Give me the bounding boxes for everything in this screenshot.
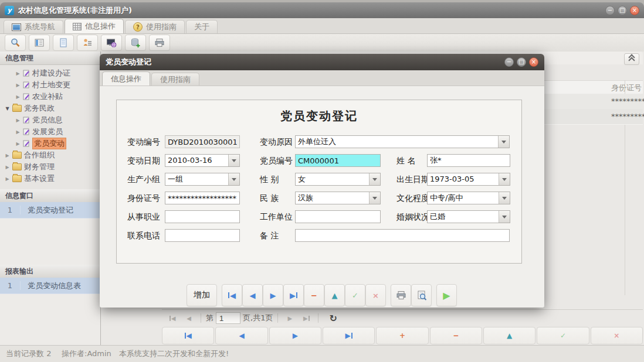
- tab-about[interactable]: 关于: [186, 20, 218, 33]
- change-date-select[interactable]: 2010-03-16: [165, 154, 240, 167]
- monitor-web-button[interactable]: [101, 35, 122, 51]
- nav-post-button[interactable]: ✓: [537, 327, 589, 344]
- refresh-icon[interactable]: ↻: [329, 313, 337, 324]
- tree-label: 农业补贴: [32, 91, 63, 102]
- edit-record-button[interactable]: ▲: [324, 284, 345, 306]
- collapse-panel-button[interactable]: [624, 53, 639, 65]
- database-add-button[interactable]: [125, 35, 146, 51]
- expander-icon[interactable]: ▶: [5, 153, 10, 158]
- printer-button[interactable]: [149, 35, 170, 51]
- occupation-field[interactable]: [165, 210, 240, 223]
- expander-icon[interactable]: ▶: [15, 71, 21, 76]
- dropdown-arrow-icon[interactable]: [369, 192, 380, 204]
- page-prior-button[interactable]: ◀: [182, 312, 196, 324]
- dropdown-arrow-icon[interactable]: [498, 136, 509, 148]
- tree-item-agri-subsidy[interactable]: ▶ 农业补贴: [0, 91, 100, 103]
- dropdown-arrow-icon[interactable]: [499, 211, 510, 223]
- post-record-button[interactable]: ✓: [345, 284, 365, 306]
- work-unit-field[interactable]: [295, 210, 381, 223]
- print-button[interactable]: [391, 284, 411, 306]
- ethnic-select[interactable]: 汉族: [295, 192, 381, 204]
- dropdown-arrow-icon[interactable]: [499, 192, 510, 204]
- add-button[interactable]: 增加: [187, 284, 217, 306]
- expander-icon[interactable]: ▶: [15, 83, 21, 88]
- tree-item-cooperative[interactable]: ▶ 合作组织: [0, 149, 100, 161]
- nav-first-button[interactable]: ◀: [162, 327, 214, 344]
- tree-item-member-info[interactable]: ▶ 党员信息: [0, 114, 100, 126]
- page-next-button[interactable]: ▶: [283, 312, 297, 324]
- info-window-item[interactable]: 1 党员变动登记: [0, 202, 100, 218]
- group-select[interactable]: 一组: [165, 173, 240, 186]
- expander-icon[interactable]: ▶: [15, 129, 21, 135]
- tab-label: 信息操作: [85, 21, 116, 32]
- page-last-button[interactable]: ▶: [299, 312, 313, 324]
- close-button[interactable]: ×: [630, 6, 639, 15]
- page-number-input[interactable]: [216, 312, 240, 324]
- last-record-button[interactable]: ▶: [283, 284, 304, 306]
- tree-item-finance[interactable]: ▶ 财务管理: [0, 161, 100, 173]
- prior-record-button[interactable]: ◀: [242, 284, 263, 306]
- nav-prior-button[interactable]: ◀: [215, 327, 267, 344]
- tab-user-guide[interactable]: ? 使用指南: [125, 20, 185, 33]
- gender-select[interactable]: 女: [295, 173, 381, 186]
- expander-icon[interactable]: ▶: [15, 118, 21, 123]
- tree-label: 基本设置: [24, 173, 55, 184]
- id-no-label: 身份证号: [127, 192, 160, 204]
- maximize-button[interactable]: □: [618, 6, 627, 15]
- dropdown-arrow-icon[interactable]: [499, 173, 510, 185]
- education-select[interactable]: 中专/高中: [427, 192, 510, 204]
- expander-icon[interactable]: ▶: [5, 176, 10, 182]
- tree-item-land-change[interactable]: ▶ 村土地变更: [0, 79, 100, 91]
- dialog-tab-info-operate[interactable]: 信息操作: [102, 71, 150, 86]
- tab-info-operate[interactable]: 信息操作: [65, 19, 124, 33]
- remark-field[interactable]: [295, 229, 510, 242]
- tree-item-village-construction[interactable]: ▶ 村建设办证: [0, 67, 100, 79]
- form-list-button[interactable]: [29, 35, 50, 51]
- document-button[interactable]: [53, 35, 74, 51]
- next-record-button[interactable]: ▶: [263, 284, 283, 306]
- print-preview-button[interactable]: [411, 284, 432, 306]
- dropdown-arrow-icon[interactable]: [228, 155, 239, 166]
- tree-item-basic-settings[interactable]: ▶ 基本设置: [0, 173, 100, 185]
- tree-item-party-civil[interactable]: ▼ 党务民政: [0, 103, 100, 114]
- dialog-minimize-button[interactable]: −: [504, 57, 514, 67]
- id-no-field[interactable]: [165, 192, 240, 204]
- tree-item-member-change[interactable]: ▶ 党员变动: [0, 138, 100, 149]
- delete-record-button[interactable]: −: [304, 284, 324, 306]
- tree-item-develop-member[interactable]: ▶ 发展党员: [0, 126, 100, 138]
- phone-field[interactable]: [165, 229, 240, 242]
- window-title: 农村信息化管理系统(非注册用户): [18, 5, 132, 16]
- tab-system-nav[interactable]: 系统导航: [4, 20, 63, 33]
- dropdown-arrow-icon[interactable]: [369, 173, 380, 185]
- member-no-field[interactable]: [295, 154, 381, 167]
- user-management-button[interactable]: [77, 35, 98, 51]
- dialog-tab-user-guide[interactable]: 使用指南: [151, 73, 199, 86]
- change-reason-select[interactable]: 外单位迁入: [295, 135, 510, 148]
- dialog-close-button[interactable]: ×: [529, 57, 538, 67]
- search-button[interactable]: [5, 35, 26, 51]
- expander-icon[interactable]: ▶: [15, 94, 21, 100]
- dropdown-arrow-icon[interactable]: [228, 173, 239, 185]
- page-first-button[interactable]: ◀: [165, 312, 179, 324]
- report-item[interactable]: 1 党员变动信息表: [0, 278, 100, 294]
- run-button[interactable]: ▶: [436, 284, 457, 306]
- marriage-select[interactable]: 已婚: [427, 210, 510, 223]
- nav-insert-button[interactable]: +: [376, 327, 428, 344]
- expander-icon[interactable]: ▶: [5, 165, 10, 170]
- dialog-maximize-button[interactable]: □: [517, 57, 526, 67]
- form-panel: 党员变动登记 变动编号 变动原因 外单位迁入 变动日期 2010-03-16 党…: [116, 100, 522, 264]
- nav-delete-button[interactable]: −: [430, 327, 482, 344]
- nav-edit-button[interactable]: ▲: [483, 327, 535, 344]
- first-record-button[interactable]: ◀: [222, 284, 242, 306]
- item-label: 党员变动登记: [21, 205, 73, 216]
- cancel-record-button[interactable]: ×: [365, 284, 386, 306]
- minimize-button[interactable]: −: [605, 6, 615, 15]
- birth-select[interactable]: 1973-03-05: [427, 173, 510, 186]
- folder-icon: [12, 163, 22, 170]
- nav-cancel-button[interactable]: ×: [591, 327, 643, 344]
- expander-icon[interactable]: ▼: [5, 106, 10, 111]
- nav-last-button[interactable]: ▶: [323, 327, 375, 344]
- expander-icon[interactable]: ▶: [15, 141, 21, 146]
- nav-next-button[interactable]: ▶: [269, 327, 321, 344]
- name-field[interactable]: [427, 154, 510, 167]
